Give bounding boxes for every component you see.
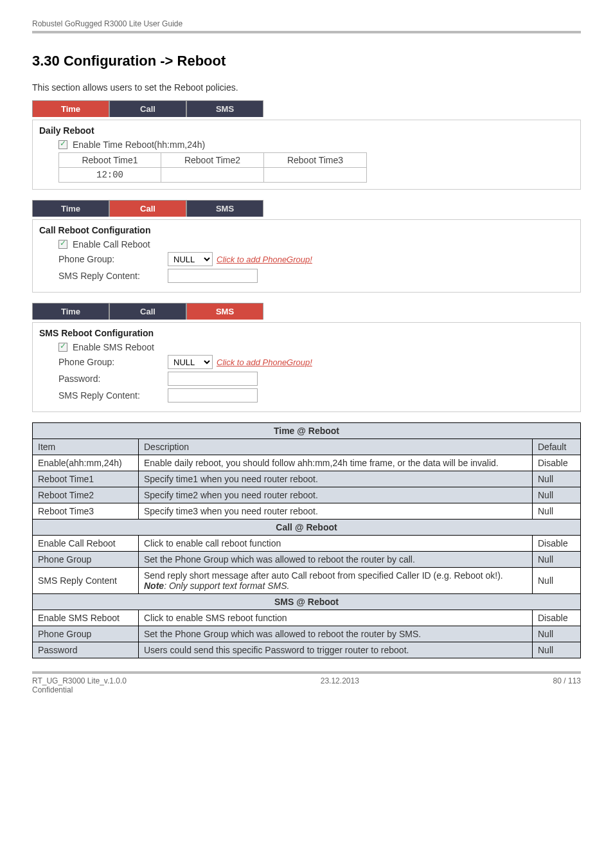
footer-date: 23.12.2013	[321, 676, 359, 694]
page-header: Robustel GoRugged R3000 Lite User Guide	[32, 19, 581, 33]
row-item: Phone Group	[33, 626, 139, 642]
row-default: Disable	[533, 536, 581, 552]
sms-password-label: Password:	[58, 374, 168, 384]
call-phone-group-label: Phone Group:	[58, 254, 168, 264]
sms-password-input[interactable]	[168, 372, 258, 386]
row-item: Reboot Time2	[33, 487, 139, 503]
sms-reply-input[interactable]	[168, 388, 258, 402]
row-desc: Users could send this specific Password …	[139, 642, 533, 658]
sms-reboot-panel: SMS Reboot Configuration Enable SMS Rebo…	[32, 322, 581, 412]
sms-add-phonegroup-link[interactable]: Click to add PhoneGroup!	[217, 357, 312, 367]
row-default: Null	[533, 503, 581, 520]
enable-call-reboot-checkbox[interactable]	[58, 240, 67, 249]
row-default: Null	[533, 487, 581, 503]
row-default: Null	[533, 626, 581, 642]
time-section-header: Time @ Reboot	[33, 423, 581, 439]
reboot-time1-header: Reboot Time1	[58, 152, 161, 168]
enable-sms-reboot-label: Enable SMS Reboot	[73, 342, 154, 352]
reboot-time3-value[interactable]	[264, 168, 367, 183]
sms-reply-label: SMS Reply Content:	[58, 390, 168, 401]
tab-time[interactable]: Time	[32, 100, 109, 117]
reboot-time2-header: Reboot Time2	[161, 152, 264, 168]
row-item: Password	[33, 642, 139, 658]
row-item: Enable SMS Reboot	[33, 610, 139, 626]
tabs-time-section: Time Call SMS	[32, 100, 581, 117]
tab-call-2[interactable]: Call	[109, 200, 186, 217]
call-sms-reply-input[interactable]	[168, 269, 258, 283]
row-item: Phone Group	[33, 552, 139, 568]
row-default: Null	[533, 552, 581, 568]
call-reboot-panel: Call Reboot Configuration Enable Call Re…	[32, 219, 581, 293]
call-add-phonegroup-link[interactable]: Click to add PhoneGroup!	[217, 255, 312, 264]
sms-phone-group-label: Phone Group:	[58, 357, 168, 367]
sms-reply-note-rest: : Only support text format SMS.	[164, 581, 289, 591]
col-desc-header: Description	[139, 439, 533, 455]
reboot-time1-value[interactable]: 12:00	[58, 168, 161, 183]
daily-reboot-panel: Daily Reboot Enable Time Reboot(hh:mm,24…	[32, 120, 581, 190]
tabs-sms-section: Time Call SMS	[32, 303, 581, 320]
row-item: Reboot Time1	[33, 471, 139, 487]
call-section-header: Call @ Reboot	[33, 520, 581, 536]
tab-time-2[interactable]: Time	[32, 200, 109, 217]
row-desc: Specify time3 when you need router reboo…	[139, 503, 533, 520]
row-desc: Enable daily reboot, you should follow a…	[139, 455, 533, 471]
call-sms-reply-label: SMS Reply Content:	[58, 271, 168, 281]
row-item: Enable(ahh:mm,24h)	[33, 455, 139, 471]
enable-time-reboot-label: Enable Time Reboot(hh:mm,24h)	[73, 140, 205, 150]
tab-time-3[interactable]: Time	[32, 303, 109, 320]
sms-phone-group-select[interactable]: NULL	[168, 355, 213, 369]
daily-reboot-title: Daily Reboot	[39, 125, 574, 136]
reboot-time3-header: Reboot Time3	[264, 152, 367, 168]
tab-sms-3[interactable]: SMS	[186, 303, 263, 320]
tab-sms-2[interactable]: SMS	[186, 200, 263, 217]
description-table: Time @ Reboot Item Description Default E…	[32, 422, 581, 658]
reboot-time2-value[interactable]	[161, 168, 264, 183]
tab-call-3[interactable]: Call	[109, 303, 186, 320]
row-item: Enable Call Reboot	[33, 536, 139, 552]
row-default: Disable	[533, 455, 581, 471]
row-desc: Click to enable SMS reboot function	[139, 610, 533, 626]
row-desc: Specify time2 when you need router reboo…	[139, 487, 533, 503]
row-default: Disable	[533, 610, 581, 626]
call-phone-group-select[interactable]: NULL	[168, 252, 213, 266]
enable-call-reboot-label: Enable Call Reboot	[73, 239, 150, 249]
sms-section-header: SMS @ Reboot	[33, 594, 581, 610]
tabs-call-section: Time Call SMS	[32, 200, 581, 217]
row-item: SMS Reply Content	[33, 568, 139, 594]
enable-time-reboot-checkbox[interactable]	[58, 140, 67, 149]
call-reboot-title: Call Reboot Configuration	[39, 225, 574, 235]
footer-confidential: Confidential	[32, 685, 127, 694]
col-default-header: Default	[533, 439, 581, 455]
footer-page-number: 80 / 113	[553, 676, 581, 694]
row-desc: Click to enable call reboot function	[139, 536, 533, 552]
row-default: Null	[533, 568, 581, 594]
sms-reboot-title: SMS Reboot Configuration	[39, 328, 574, 338]
tab-sms[interactable]: SMS	[186, 100, 263, 117]
page-footer: RT_UG_R3000 Lite_v.1.0.0 Confidential 23…	[32, 671, 581, 694]
enable-sms-reboot-checkbox[interactable]	[58, 343, 67, 352]
intro-text: This section allows users to set the Reb…	[32, 82, 581, 93]
page-title: 3.30 Configuration -> Reboot	[32, 53, 581, 69]
col-item-header: Item	[33, 439, 139, 455]
row-desc: Specify time1 when you need router reboo…	[139, 471, 533, 487]
row-default: Null	[533, 471, 581, 487]
sms-reply-desc-line1: Send reply short message after auto Call…	[144, 570, 503, 581]
row-desc: Set the Phone Group which was allowed to…	[139, 552, 533, 568]
sms-reply-note-label: Note	[144, 581, 164, 591]
row-desc: Send reply short message after auto Call…	[139, 568, 533, 594]
footer-doc-id: RT_UG_R3000 Lite_v.1.0.0	[32, 676, 127, 685]
row-desc: Set the Phone Group which was allowed to…	[139, 626, 533, 642]
tab-call[interactable]: Call	[109, 100, 186, 117]
row-default: Null	[533, 642, 581, 658]
row-item: Reboot Time3	[33, 503, 139, 520]
